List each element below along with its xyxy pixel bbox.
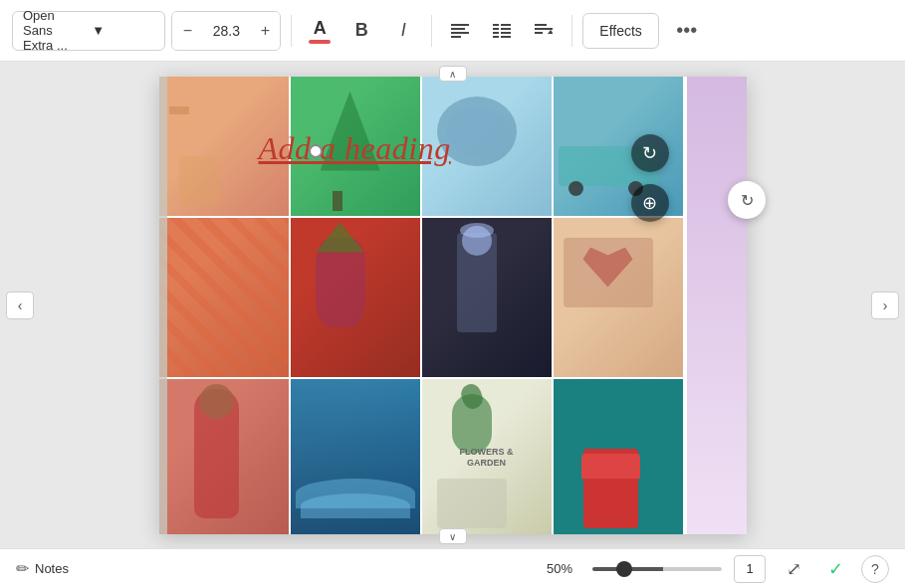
svg-rect-10 xyxy=(493,32,499,34)
fullscreen-icon: ⤢ xyxy=(787,558,801,580)
canvas-slide[interactable]: FLOWERS & GARDEN Add a heading ↻ ⊕ xyxy=(159,77,747,534)
left-arrow-icon: ‹ xyxy=(18,297,23,313)
status-check-button[interactable]: ✓ xyxy=(821,555,849,583)
zoom-area: 50% xyxy=(547,561,722,576)
svg-rect-13 xyxy=(535,24,547,26)
image-cell-10[interactable] xyxy=(159,379,289,534)
toolbar: Open Sans Extra ... ▼ − + A B I xyxy=(0,0,905,62)
next-page-button[interactable]: › xyxy=(871,292,899,319)
svg-rect-0 xyxy=(451,24,469,26)
font-size-increase-button[interactable]: + xyxy=(250,11,280,51)
font-size-control: − + xyxy=(171,11,281,51)
flowers-text: FLOWERS & GARDEN xyxy=(454,447,519,470)
rotate-button[interactable]: ↻ xyxy=(728,181,766,219)
heading-content: Add a heading xyxy=(259,130,451,166)
svg-rect-7 xyxy=(501,28,511,30)
svg-marker-16 xyxy=(548,30,553,34)
text-align-button[interactable] xyxy=(442,13,478,49)
image-cell-9[interactable] xyxy=(554,218,683,377)
svg-rect-6 xyxy=(501,24,511,26)
prev-page-button[interactable]: ‹ xyxy=(6,292,34,319)
font-family-label: Open Sans Extra ... xyxy=(23,8,86,53)
text-handle[interactable] xyxy=(309,144,323,158)
effects-button[interactable]: Effects xyxy=(582,13,659,49)
zoom-slider[interactable] xyxy=(592,567,722,571)
scroll-up-button[interactable]: ∧ xyxy=(439,66,467,82)
svg-rect-9 xyxy=(493,28,499,30)
right-arrow-icon: › xyxy=(883,297,888,313)
image-cell-8[interactable] xyxy=(422,218,552,377)
text-color-bar xyxy=(309,40,331,44)
image-cell-11[interactable] xyxy=(291,379,420,534)
svg-rect-14 xyxy=(535,28,553,30)
svg-rect-1 xyxy=(451,28,465,30)
image-cell-5[interactable] xyxy=(159,218,289,377)
svg-rect-5 xyxy=(493,24,495,26)
notes-button[interactable]: ✏ Notes xyxy=(16,559,69,578)
up-arrow-icon: ∧ xyxy=(449,69,456,80)
zoom-image-button[interactable]: ⊕ xyxy=(631,184,669,222)
svg-rect-12 xyxy=(493,36,499,38)
bold-button[interactable]: B xyxy=(343,13,379,49)
left-edge xyxy=(159,77,167,534)
zoom-value: 50% xyxy=(547,561,584,576)
svg-rect-11 xyxy=(501,36,511,38)
refresh-image-button[interactable]: ↻ xyxy=(631,134,669,172)
rotate-icon: ↻ xyxy=(741,191,754,210)
text-color-button[interactable]: A xyxy=(302,13,338,49)
toolbar-divider-3 xyxy=(571,15,572,47)
font-size-input[interactable] xyxy=(202,12,250,50)
text-color-letter: A xyxy=(314,18,327,39)
check-icon: ✓ xyxy=(828,558,843,580)
help-button[interactable]: ? xyxy=(861,555,889,583)
svg-rect-3 xyxy=(451,36,461,38)
status-bar: ✏ Notes 50% 1 ⤢ ✓ ? xyxy=(0,548,905,588)
svg-rect-15 xyxy=(535,32,543,34)
svg-rect-8 xyxy=(501,32,511,34)
page-number-button[interactable]: 1 xyxy=(734,555,766,583)
down-arrow-icon: ∨ xyxy=(449,531,456,542)
more-options-button[interactable]: ••• xyxy=(669,13,705,49)
font-select-chevron-icon: ▼ xyxy=(92,23,154,38)
heading-text[interactable]: Add a heading xyxy=(259,130,451,167)
image-cell-12[interactable]: FLOWERS & GARDEN xyxy=(422,379,552,534)
fullscreen-button[interactable]: ⤢ xyxy=(778,553,809,585)
refresh-icon: ↻ xyxy=(642,142,657,164)
canvas-area: ‹ ∧ xyxy=(0,62,905,548)
notes-label: Notes xyxy=(35,561,69,576)
align-icon xyxy=(451,24,469,38)
svg-rect-2 xyxy=(451,32,469,34)
image-cell-7[interactable] xyxy=(291,218,420,377)
toolbar-divider-1 xyxy=(291,15,292,47)
page-number-label: 1 xyxy=(746,561,753,576)
sort-button[interactable] xyxy=(526,13,562,49)
help-icon: ? xyxy=(871,561,879,577)
zoom-icon: ⊕ xyxy=(642,192,657,214)
scroll-down-button[interactable]: ∨ xyxy=(439,528,467,544)
font-size-decrease-button[interactable]: − xyxy=(172,11,202,51)
list-button[interactable] xyxy=(484,13,520,49)
list-icon xyxy=(493,24,511,38)
notes-icon: ✏ xyxy=(16,559,29,578)
italic-button[interactable]: I xyxy=(385,13,421,49)
toolbar-divider-2 xyxy=(431,15,432,47)
sort-icon xyxy=(535,24,553,38)
font-family-select[interactable]: Open Sans Extra ... ▼ xyxy=(12,11,165,51)
image-cell-13[interactable] xyxy=(554,379,683,534)
